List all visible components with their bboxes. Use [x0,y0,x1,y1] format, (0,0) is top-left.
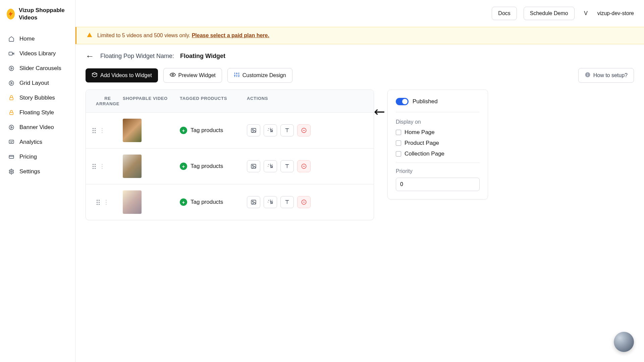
sidebar-item-story-bubbles[interactable]: Story Bubbles [0,90,75,105]
svg-rect-0 [9,52,13,55]
plus-icon: + [180,198,187,206]
drag-handle[interactable] [93,164,123,169]
sliders-icon [234,72,240,79]
video-thumbnail[interactable] [123,190,180,214]
row-actions [247,124,367,136]
back-arrow-icon[interactable]: ← [86,51,94,61]
col-tagged: TAGGED PRODUCTS [180,96,247,106]
brand-logo-icon [7,9,15,19]
svg-rect-3 [10,98,13,100]
customize-design-button[interactable]: Customize Design [227,68,292,83]
docs-button[interactable]: Docs [492,7,517,20]
svg-rect-6 [9,140,14,143]
remove-action-button[interactable] [297,124,311,136]
chat-widget-button[interactable] [614,332,634,352]
widget-name-value: Floating Widget [180,53,225,60]
tag-products-button[interactable]: + Tag products [180,127,247,134]
play-circle-icon [8,80,15,86]
add-videos-label: Add Videos to Widget [100,72,152,78]
how-to-setup-button[interactable]: How to setup? [578,68,634,83]
box-icon [92,72,98,79]
sidebar-item-videos-library[interactable]: Videos Library [0,46,75,61]
nav: Home Videos Library Slider Carousels Gri… [0,28,75,179]
sidebar-item-label: Videos Library [19,50,56,57]
remove-action-button[interactable] [297,196,311,208]
sidebar-item-label: Pricing [19,154,37,160]
add-videos-button[interactable]: Add Videos to Widget [86,68,158,82]
priority-label: Priority [396,168,480,174]
checkbox-icon [396,130,401,135]
sidebar-item-pricing[interactable]: Pricing [0,149,75,164]
preview-widget-button[interactable]: Preview Widget [163,68,222,83]
sidebar-item-settings[interactable]: Settings [0,164,75,179]
video-thumbnail[interactable] [123,155,180,178]
published-toggle[interactable] [396,98,409,105]
col-video: SHOPPABLE VIDEO [123,96,180,106]
customize-design-label: Customize Design [243,72,286,78]
checkbox-icon [396,151,401,157]
sidebar-item-label: Analytics [19,139,42,145]
image-action-button[interactable] [247,124,260,136]
col-actions: ACTIONS [247,96,367,106]
drag-handle[interactable] [93,198,123,206]
how-to-setup-label: How to setup? [593,72,628,78]
checkbox-home-page[interactable]: Home Page [396,129,480,136]
warning-icon [87,32,93,39]
avatar-initial[interactable]: V [581,9,591,18]
svg-rect-4 [10,112,13,115]
sidebar-item-label: Settings [19,168,40,175]
preview-widget-label: Preview Widget [178,72,216,78]
image-action-button[interactable] [247,196,260,208]
table-row: + Tag products [86,148,374,184]
priority-input[interactable] [396,178,480,191]
svg-point-20 [252,201,253,202]
plus-icon: + [180,127,187,134]
sidebar-item-label: Home [19,36,35,42]
tag-products-label: Tag products [191,163,223,170]
sidebar: Vizup Shoppable Videos Home Videos Libra… [0,0,75,362]
schedule-demo-button[interactable]: Schedule Demo [524,7,575,20]
checkbox-collection-page[interactable]: Collection Page [396,150,480,157]
text-action-button[interactable] [280,124,294,136]
svg-rect-16 [251,164,256,168]
text-action-button[interactable] [280,196,294,208]
published-label: Published [413,98,438,105]
tag-products-label: Tag products [191,199,223,205]
svg-rect-11 [587,74,588,76]
store-name[interactable]: vizup-dev-store [597,10,634,16]
text-action-button[interactable] [280,160,294,172]
play-circle-icon [8,124,15,131]
checkbox-label: Product Page [405,140,439,146]
banner-text: Limited to 5 videos and 500 views only. [97,33,190,38]
click-action-button[interactable] [264,196,277,208]
drag-icon [93,164,96,169]
sidebar-item-label: Slider Carousels [19,65,61,72]
toolbar: Add Videos to Widget Preview Widget Cust… [75,65,644,89]
plus-icon: + [180,163,187,170]
remove-action-button[interactable] [297,160,311,172]
sidebar-item-slider-carousels[interactable]: Slider Carousels [0,61,75,76]
content: RE ARRANGE SHOPPABLE VIDEO TAGGED PRODUC… [75,89,644,220]
sidebar-item-floating-style[interactable]: Floating Style [0,105,75,120]
svg-rect-19 [251,200,256,204]
brand-name: Vizup Shoppable Videos [19,7,68,21]
sidebar-item-analytics[interactable]: Analytics [0,135,75,149]
lock-icon [8,95,15,101]
tag-products-button[interactable]: + Tag products [180,163,247,170]
checkbox-product-page[interactable]: Product Page [396,140,480,146]
sidebar-item-grid-layout[interactable]: Grid Layout [0,76,75,90]
table-row: + Tag products [86,184,374,220]
more-icon [102,128,103,133]
sidebar-item-home[interactable]: Home [0,32,75,46]
sidebar-item-banner-video[interactable]: Banner Video [0,120,75,135]
video-thumbnail[interactable] [123,119,180,142]
published-row: Published [396,98,480,112]
image-action-button[interactable] [247,160,260,172]
tag-products-button[interactable]: + Tag products [180,198,247,206]
banner-upgrade-link[interactable]: Please select a paid plan here. [192,33,269,38]
drag-handle[interactable] [93,128,123,133]
page-header: ← Floating Pop Widget Name: Floating Wid… [75,44,644,65]
card-icon [8,154,15,160]
click-action-button[interactable] [264,124,277,136]
click-action-button[interactable] [264,160,277,172]
